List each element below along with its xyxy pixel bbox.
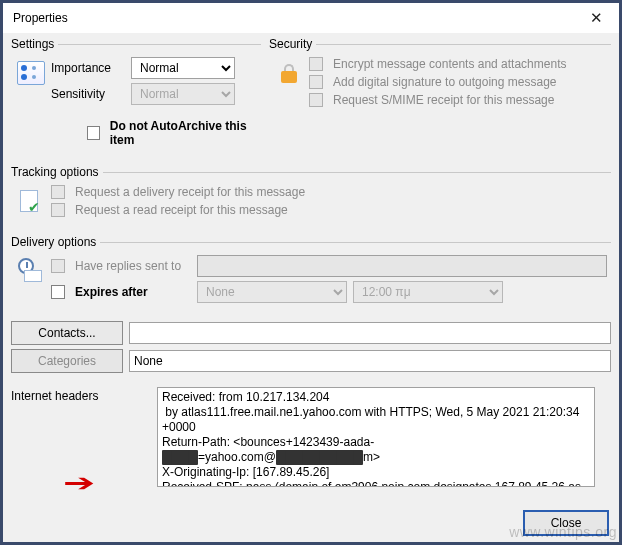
redacted-text: ██████████	[276, 450, 363, 465]
categories-value[interactable]: None	[129, 350, 611, 372]
delivery-receipt-label: Request a delivery receipt for this mess…	[75, 185, 305, 199]
titlebar: Properties ✕	[3, 3, 619, 33]
tracking-legend: Tracking options	[11, 165, 103, 179]
autoarchive-label: Do not AutoArchive this item	[110, 119, 257, 147]
dialog-body: Settings Importance Normal Sensitivity N…	[3, 33, 619, 542]
close-button[interactable]: Close	[523, 510, 609, 536]
expires-checkbox[interactable]	[51, 285, 65, 299]
contacts-button[interactable]: Contacts...	[11, 321, 123, 345]
smime-label: Request S/MIME receipt for this message	[333, 93, 554, 107]
categories-button[interactable]: Categories	[11, 349, 123, 373]
expires-time-select[interactable]: 12:00 πμ	[353, 281, 503, 303]
internet-headers-textarea[interactable]: Received: from 10.217.134.204 by atlas11…	[157, 387, 595, 487]
autoarchive-checkbox[interactable]	[87, 126, 100, 140]
close-icon: ✕	[590, 9, 603, 27]
have-replies-checkbox[interactable]	[51, 259, 65, 273]
read-receipt-label: Request a read receipt for this message	[75, 203, 288, 217]
have-replies-input[interactable]	[197, 255, 607, 277]
have-replies-label: Have replies sent to	[75, 259, 191, 273]
security-legend: Security	[269, 37, 316, 51]
sensitivity-select[interactable]: Normal	[131, 83, 235, 105]
redacted-text: ████	[162, 450, 198, 465]
lock-icon	[273, 57, 305, 89]
settings-legend: Settings	[11, 37, 58, 51]
tracking-group: Tracking options ✔ Request a delivery re…	[11, 165, 611, 227]
delivery-legend: Delivery options	[11, 235, 100, 249]
internet-headers-label: Internet headers	[11, 387, 151, 403]
importance-label: Importance	[51, 61, 125, 75]
contacts-input[interactable]	[129, 322, 611, 344]
expires-date-select[interactable]: None	[197, 281, 347, 303]
importance-select[interactable]: Normal	[131, 57, 235, 79]
smime-checkbox[interactable]	[309, 93, 323, 107]
encrypt-label: Encrypt message contents and attachments	[333, 57, 566, 71]
read-receipt-checkbox[interactable]	[51, 203, 65, 217]
delivery-receipt-checkbox[interactable]	[51, 185, 65, 199]
sensitivity-label: Sensitivity	[51, 87, 125, 101]
security-group: Security Encrypt message contents and at…	[269, 37, 611, 157]
delivery-group: Delivery options Have replies sent to Ex…	[11, 235, 611, 313]
signature-label: Add digital signature to outgoing messag…	[333, 75, 556, 89]
encrypt-checkbox[interactable]	[309, 57, 323, 71]
delivery-icon	[15, 255, 47, 287]
expires-label: Expires after	[75, 285, 191, 299]
receipt-icon: ✔	[15, 185, 47, 217]
window-title: Properties	[13, 11, 68, 25]
settings-group: Settings Importance Normal Sensitivity N…	[11, 37, 261, 157]
window-close-button[interactable]: ✕	[579, 5, 613, 31]
signature-checkbox[interactable]	[309, 75, 323, 89]
properties-icon	[15, 57, 47, 89]
